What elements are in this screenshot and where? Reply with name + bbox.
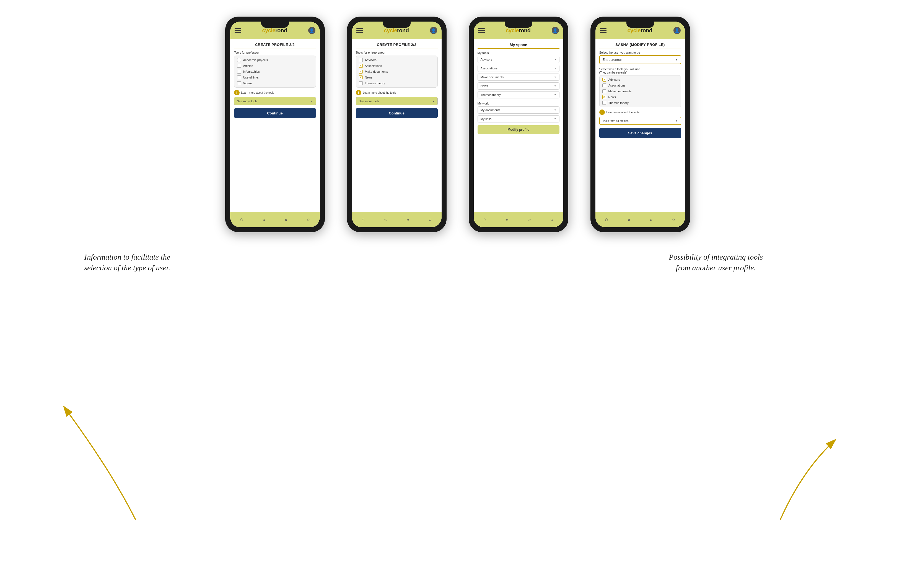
see-more-label-1: See more tools — [237, 100, 257, 103]
list-item[interactable]: Articles — [237, 64, 313, 68]
list-item[interactable]: Associations — [359, 64, 435, 68]
forward-icon-1[interactable]: » — [285, 217, 287, 223]
list-item[interactable]: Make documents — [602, 89, 678, 93]
search-icon-2[interactable]: ○ — [429, 217, 432, 223]
list-item[interactable]: Themes theory — [359, 81, 435, 85]
home-icon-2[interactable]: ⌂ — [362, 217, 365, 223]
checkbox-videos[interactable] — [237, 81, 241, 85]
dropdown-news[interactable]: News ▼ — [478, 82, 559, 90]
dropdown-advisors[interactable]: Advisors ▼ — [478, 56, 559, 63]
user-icon-4[interactable]: 👤 — [674, 27, 681, 34]
home-icon-1[interactable]: ⌂ — [240, 217, 243, 223]
continue-label-1: Continue — [267, 111, 282, 115]
main-content-wrapper: cyclerond 👤 CREATE PROFILE 2/2 Tools for… — [0, 16, 915, 301]
dropdown-associations[interactable]: Associations ▼ — [478, 65, 559, 72]
tool-label: Themes theory — [609, 101, 628, 105]
hamburger-icon-4[interactable] — [600, 27, 606, 34]
list-item[interactable]: Make documents — [359, 69, 435, 74]
list-item[interactable]: News — [359, 76, 435, 79]
info-text-1: Learn more about the tools — [241, 91, 274, 95]
list-item[interactable]: Useful links — [237, 76, 313, 79]
checkbox-associations-4[interactable] — [602, 84, 606, 87]
search-icon-1[interactable]: ○ — [307, 217, 310, 223]
list-item[interactable]: Advisors — [602, 78, 678, 82]
list-item[interactable]: News — [602, 95, 678, 99]
checkbox-advisors[interactable] — [359, 58, 363, 62]
phone-4-inner: cyclerond 👤 SASHA (modify profile) Selec… — [596, 21, 685, 227]
save-changes-btn[interactable]: Save changes — [599, 128, 681, 138]
forward-icon-2[interactable]: » — [406, 217, 409, 223]
info-icon-4: i — [599, 110, 605, 115]
checkbox-news-4[interactable] — [602, 95, 606, 99]
tools-all-profiles-dropdown[interactable]: Tools form all profiles ▼ — [599, 117, 681, 125]
dropdown-make-documents[interactable]: Make documents ▼ — [478, 74, 559, 81]
checkbox-themes-4[interactable] — [602, 101, 606, 105]
back-icon-4[interactable]: « — [628, 217, 630, 223]
section-label-1: Tools for professor — [234, 51, 316, 54]
tool-label: Associations — [365, 64, 382, 68]
notch-4 — [627, 21, 654, 27]
modify-profile-btn[interactable]: Modify profile — [478, 125, 559, 134]
tool-label: Infographics — [243, 70, 260, 73]
tool-label: News — [365, 76, 373, 79]
hamburger-icon-2[interactable] — [356, 27, 363, 34]
info-icon-1: i — [234, 90, 240, 95]
list-item[interactable]: Academic projects — [237, 58, 313, 62]
hamburger-line — [356, 32, 363, 33]
user-type-dropdown[interactable]: Entrepreneur ▼ — [599, 55, 681, 64]
see-more-btn-2[interactable]: See more tools ▼ — [356, 97, 438, 105]
info-icon-2: i — [356, 90, 361, 95]
info-row-1: i Learn more about the tools — [234, 90, 316, 95]
checkbox-news[interactable] — [359, 76, 363, 79]
bottom-nav-2: ⌂ « » ○ — [352, 212, 442, 227]
search-icon-3[interactable]: ○ — [550, 217, 553, 223]
dropdown-my-links[interactable]: My links ▼ — [478, 115, 559, 123]
tool-label: Useful links — [243, 76, 259, 79]
phone-2-content: CREATE PROFILE 2/2 Tools for entrepreneu… — [352, 39, 442, 212]
list-item[interactable]: Videos — [237, 81, 313, 85]
dropdown-label: Make documents — [481, 76, 504, 79]
checkbox-infographics[interactable] — [237, 69, 241, 74]
phone-3-inner: cyclerond 👤 My space My tools Advisors ▼… — [474, 21, 564, 227]
user-icon-1[interactable]: 👤 — [308, 27, 316, 34]
checkbox-useful-links[interactable] — [237, 76, 241, 79]
checkbox-associations[interactable] — [359, 64, 363, 68]
dropdown-arrow-tools: ▼ — [676, 120, 678, 122]
user-icon-3[interactable]: 👤 — [552, 27, 559, 34]
dropdown-themes-theory[interactable]: Themes theory ▼ — [478, 91, 559, 99]
phone-2-inner: cyclerond 👤 CREATE PROFILE 2/2 Tools for… — [352, 21, 442, 227]
hamburger-line — [600, 30, 606, 31]
back-icon-1[interactable]: « — [262, 217, 265, 223]
see-more-btn-1[interactable]: See more tools ▼ — [234, 97, 316, 105]
list-item[interactable]: Associations — [602, 84, 678, 87]
forward-icon-3[interactable]: » — [528, 217, 531, 223]
tool-label: Make documents — [609, 90, 632, 93]
list-item[interactable]: Themes theory — [602, 101, 678, 105]
checkbox-make-docs[interactable] — [359, 69, 363, 74]
forward-icon-4[interactable]: » — [650, 217, 653, 223]
checkbox-articles[interactable] — [237, 64, 241, 68]
phone-3-content: My space My tools Advisors ▼ Association… — [474, 39, 564, 212]
user-icon-2[interactable]: 👤 — [430, 27, 437, 34]
dropdown-arrow: ▼ — [554, 67, 556, 69]
back-icon-3[interactable]: « — [506, 217, 509, 223]
info-text-2: Learn more about the tools — [363, 91, 396, 95]
home-icon-4[interactable]: ⌂ — [605, 217, 608, 223]
annotations-area: Information to facilitate theselection o… — [0, 241, 915, 301]
dropdown-label: My links — [481, 117, 492, 121]
page-title-3: My space — [478, 42, 559, 48]
checkbox-academic[interactable] — [237, 58, 241, 62]
list-item[interactable]: Infographics — [237, 69, 313, 74]
dropdown-my-documents[interactable]: My documents ▼ — [478, 107, 559, 114]
hamburger-icon-1[interactable] — [235, 27, 241, 34]
checkbox-themes[interactable] — [359, 81, 363, 85]
continue-btn-1[interactable]: Continue — [234, 108, 316, 118]
continue-btn-2[interactable]: Continue — [356, 108, 438, 118]
checkbox-advisors-4[interactable] — [602, 78, 606, 82]
list-item[interactable]: Advisors — [359, 58, 435, 62]
home-icon-3[interactable]: ⌂ — [483, 217, 486, 223]
search-icon-4[interactable]: ○ — [672, 217, 675, 223]
back-icon-2[interactable]: « — [384, 217, 387, 223]
checkbox-make-docs-4[interactable] — [602, 89, 606, 93]
hamburger-icon-3[interactable] — [478, 27, 485, 34]
